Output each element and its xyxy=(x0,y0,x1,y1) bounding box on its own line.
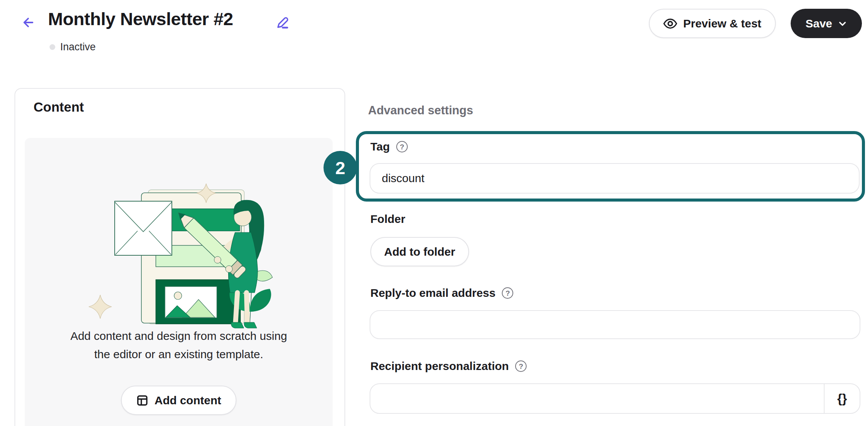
back-button[interactable] xyxy=(18,12,39,34)
status-label: Inactive xyxy=(60,41,96,53)
reply-to-label: Reply-to email address xyxy=(370,287,495,299)
tag-help-icon[interactable]: ? xyxy=(396,141,408,152)
folder-label: Folder xyxy=(370,213,405,226)
content-panel: Add content and design from scratch usin… xyxy=(25,138,333,426)
personalization-label: Recipient personalization xyxy=(370,360,509,373)
personalization-input[interactable] xyxy=(370,384,824,413)
personalization-help-icon[interactable]: ? xyxy=(515,360,527,372)
reply-to-input[interactable] xyxy=(370,310,860,339)
add-to-folder-label: Add to folder xyxy=(384,245,455,258)
edit-title-button[interactable] xyxy=(271,11,293,34)
content-description-line1: Add content and design from scratch usin… xyxy=(25,330,333,343)
tag-highlight-box: Tag ? xyxy=(356,131,865,202)
save-label: Save xyxy=(806,17,832,30)
content-card: Content xyxy=(14,88,345,426)
content-description-line2: the editor or an existing template. xyxy=(25,348,333,361)
tag-label: Tag xyxy=(370,140,390,153)
advanced-settings-title: Advanced settings xyxy=(368,104,473,117)
content-card-title: Content xyxy=(34,99,84,115)
insert-variable-button[interactable]: {} xyxy=(825,384,860,413)
tag-input[interactable] xyxy=(370,163,860,194)
personalization-label-row: Recipient personalization ? xyxy=(370,360,527,373)
add-content-label: Add content xyxy=(155,394,221,407)
curly-braces-icon: {} xyxy=(837,391,847,406)
folder-label-row: Folder xyxy=(370,213,405,226)
status-dot xyxy=(50,44,55,50)
save-button[interactable]: Save xyxy=(791,9,862,38)
step-2-badge: 2 xyxy=(323,151,357,184)
pencil-icon xyxy=(273,13,291,32)
reply-to-label-row: Reply-to email address ? xyxy=(370,287,513,299)
reply-to-help-icon[interactable]: ? xyxy=(502,287,513,299)
page-title: Monthly Newsletter #2 xyxy=(48,8,233,29)
arrow-left-icon xyxy=(20,14,36,32)
newsletter-illustration xyxy=(80,182,278,331)
layout-icon xyxy=(136,394,149,407)
preview-test-button[interactable]: Preview & test xyxy=(649,9,776,38)
personalization-input-group: {} xyxy=(370,383,860,414)
add-to-folder-button[interactable]: Add to folder xyxy=(370,237,469,266)
chevron-down-icon xyxy=(838,19,847,28)
eye-icon xyxy=(663,18,677,29)
add-content-button[interactable]: Add content xyxy=(121,386,237,415)
tag-label-row: Tag ? xyxy=(370,140,408,153)
status: Inactive xyxy=(50,41,96,53)
preview-test-label: Preview & test xyxy=(683,17,761,30)
